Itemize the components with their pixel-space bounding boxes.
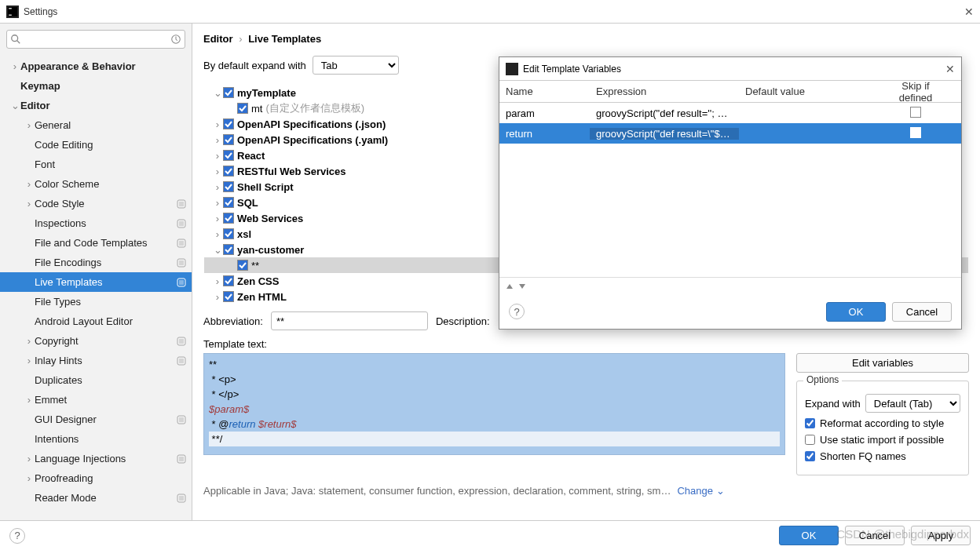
col-header-name[interactable]: Name [499,86,590,97]
opt-static-checkbox[interactable] [805,435,815,445]
template-label: Zen HTML [237,291,287,303]
project-badge-icon [176,199,187,209]
template-checkbox[interactable] [223,181,234,192]
sidebar-item-label: Inspections [35,217,176,229]
sidebar-item-duplicates[interactable]: Duplicates [0,370,192,390]
template-label: OpenAPI Specifications (.json) [237,118,386,130]
svg-rect-25 [179,496,184,501]
cell-name[interactable]: param [499,107,590,119]
skip-checkbox[interactable] [910,127,921,138]
cancel-button[interactable]: Cancel [845,526,905,545]
sidebar-item-inspections[interactable]: Inspections [0,213,192,233]
dialog-ok-button[interactable]: OK [826,302,886,322]
sidebar-item-language-injections[interactable]: ›Language Injections [0,449,192,468]
template-checkbox[interactable] [223,244,234,255]
chevron-icon: › [212,197,223,209]
breadcrumb-sep: › [236,33,245,45]
template-checkbox[interactable] [237,260,248,271]
sidebar-item-intentions[interactable]: Intentions [0,429,192,449]
cell-name[interactable]: return [499,128,590,140]
dialog-help-button[interactable]: ? [509,304,525,319]
template-checkbox[interactable] [223,166,234,177]
sidebar-item-live-templates[interactable]: Live Templates [0,272,192,292]
ok-button[interactable]: OK [779,526,839,545]
template-checkbox[interactable] [223,275,234,286]
sidebar-item-label: Appearance & Behavior [20,60,187,72]
template-checkbox[interactable] [223,87,234,98]
sidebar-item-copyright[interactable]: ›Copyright [0,331,192,351]
template-code-editor[interactable]: ** * <p> * </p> $param$ * @return $retur… [203,353,785,455]
opt-shorten-checkbox[interactable] [805,451,815,461]
dialog-cancel-button[interactable]: Cancel [892,302,952,322]
close-icon[interactable]: ✕ [964,5,974,18]
apply-button[interactable]: Apply [911,526,971,545]
sidebar-item-proofreading[interactable]: ›Proofreading [0,468,192,488]
cell-skip[interactable] [880,127,951,140]
project-badge-icon [176,257,187,268]
sidebar-item-gui-designer[interactable]: GUI Designer [0,410,192,429]
template-checkbox[interactable] [237,103,248,114]
chevron-icon: › [212,275,223,287]
skip-checkbox[interactable] [910,107,921,118]
template-checkbox[interactable] [223,291,234,302]
sidebar-item-appearance-behavior[interactable]: ›Appearance & Behavior [0,56,192,76]
sidebar-item-code-editing[interactable]: Code Editing [0,135,192,155]
expand-with-select[interactable]: Tab [313,56,399,75]
sidebar-item-emmet[interactable]: ›Emmet [0,390,192,410]
sidebar-item-label: Copyright [35,335,176,347]
template-checkbox[interactable] [223,197,234,208]
sidebar-item-general[interactable]: ›General [0,115,192,135]
variable-row[interactable]: paramgroovyScript("def result=''; d… [499,103,961,123]
col-header-skip[interactable]: Skip if defined [880,80,951,104]
move-up-icon[interactable] [506,282,514,290]
template-checkbox[interactable] [223,228,234,239]
project-badge-icon [176,414,187,425]
sidebar-item-file-types[interactable]: File Types [0,292,192,311]
sidebar-item-file-and-code-templates[interactable]: File and Code Templates [0,233,192,253]
move-down-icon[interactable] [518,282,526,290]
col-header-default[interactable]: Default value [739,86,880,97]
applicable-change-link[interactable]: Change ⌄ [677,485,724,497]
template-checkbox[interactable] [223,118,234,129]
sidebar-item-code-style[interactable]: ›Code Style [0,194,192,213]
template-checkbox[interactable] [223,213,234,224]
chevron-icon: › [9,60,20,72]
sidebar-item-label: Code Editing [35,139,187,151]
template-label: yan-customer [237,244,304,256]
chevron-icon: › [212,134,223,146]
variable-row[interactable]: returngroovyScript("def result=\"${… [499,123,961,144]
sidebar-item-label: Inlay Hints [35,355,176,366]
template-label: Zen CSS [237,275,279,287]
sidebar-item-color-scheme[interactable]: ›Color Scheme [0,174,192,194]
template-label: Web Services [237,213,303,224]
edit-variables-button[interactable]: Edit variables [796,353,969,373]
sidebar-item-keymap[interactable]: Keymap [0,76,192,96]
cell-skip[interactable] [880,107,951,120]
sidebar-item-file-encodings[interactable]: File Encodings [0,253,192,272]
opt-expand-select[interactable]: Default (Tab) [865,394,960,413]
template-checkbox[interactable] [223,150,234,161]
abbrev-input[interactable] [271,311,428,330]
project-badge-icon [176,218,187,229]
sidebar-item-label: Code Style [35,198,176,209]
template-checkbox[interactable] [223,134,234,145]
opt-reformat-checkbox[interactable] [805,418,815,428]
template-label: OpenAPI Specifications (.yaml) [237,134,388,146]
help-button[interactable]: ? [9,528,25,544]
cell-expression[interactable]: groovyScript("def result=''; d… [590,107,739,119]
template-label: xsl [237,228,251,240]
sidebar-item-font[interactable]: Font [0,155,192,174]
cell-expression[interactable]: groovyScript("def result=\"${… [590,128,739,140]
template-label: ** [251,260,259,271]
opt-shorten-label: Shorten FQ names [820,450,906,462]
template-desc: (自定义作者信息模板) [265,101,364,115]
app-icon [6,5,19,18]
sidebar-item-android-layout-editor[interactable]: Android Layout Editor [0,311,192,331]
sidebar-item-reader-mode[interactable]: Reader Mode [0,488,192,508]
col-header-expression[interactable]: Expression [590,86,739,97]
sidebar-item-editor[interactable]: ⌄Editor [0,96,192,115]
search-input[interactable] [6,30,185,49]
sidebar-item-inlay-hints[interactable]: ›Inlay Hints [0,351,192,370]
dialog-close-icon[interactable]: ✕ [945,63,955,75]
search-history-icon[interactable] [170,34,181,45]
